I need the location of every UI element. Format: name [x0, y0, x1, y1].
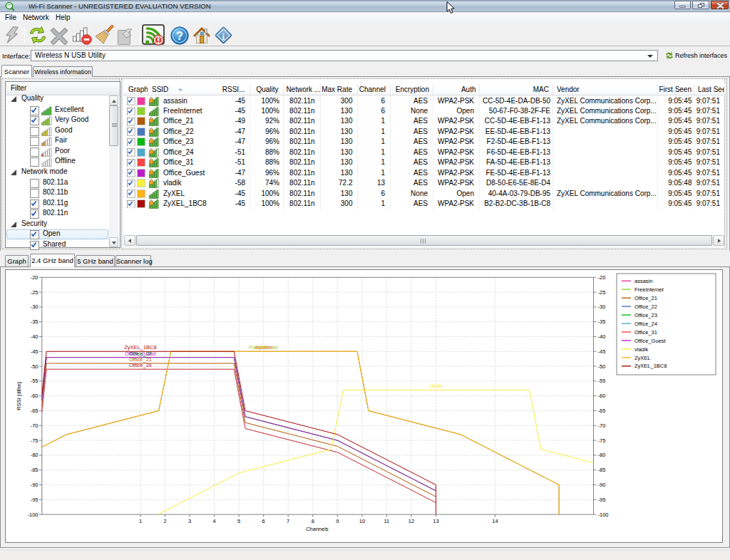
svg-text:-35: -35: [31, 318, 38, 325]
svg-text:vladik: vladik: [429, 383, 443, 389]
svg-text:-100: -100: [27, 512, 38, 518]
svg-text:-95: -95: [598, 497, 606, 503]
svg-text:-75: -75: [598, 437, 606, 444]
svg-text:-80: -80: [598, 452, 606, 458]
svg-text:Office_24: Office_24: [634, 321, 657, 327]
svg-text:ZyXEL: ZyXEL: [255, 344, 272, 351]
svg-text:14: 14: [492, 518, 498, 524]
svg-text:8: 8: [312, 518, 314, 524]
svg-text:-25: -25: [598, 289, 606, 296]
svg-text:12: 12: [408, 518, 414, 524]
svg-text:-45: -45: [598, 348, 606, 355]
svg-text:RSSI (dBm): RSSI (dBm): [16, 381, 22, 410]
svg-text:-90: -90: [598, 482, 606, 488]
svg-text:3: 3: [188, 518, 191, 524]
svg-text:-20: -20: [31, 274, 38, 281]
svg-text:6: 6: [262, 518, 265, 524]
svg-text:-35: -35: [598, 318, 606, 325]
svg-text:-20: -20: [598, 274, 606, 281]
svg-text:-65: -65: [31, 408, 38, 414]
svg-text:Office_22: Office_22: [634, 304, 657, 310]
svg-text:13: 13: [433, 518, 438, 524]
svg-text:-70: -70: [598, 422, 606, 429]
svg-text:ZyXEL_1BC8: ZyXEL_1BC8: [634, 363, 667, 369]
svg-text:FreeInternet: FreeInternet: [634, 286, 664, 293]
svg-text:-100: -100: [598, 512, 609, 518]
svg-text:-50: -50: [598, 363, 606, 370]
svg-text:5: 5: [237, 518, 240, 524]
svg-text:10: 10: [359, 518, 365, 524]
svg-text:-60: -60: [31, 393, 38, 399]
svg-text:-65: -65: [598, 408, 606, 414]
svg-text:-95: -95: [31, 497, 38, 503]
svg-text:-55: -55: [31, 378, 38, 384]
svg-text:-55: -55: [598, 378, 606, 384]
svg-text:-85: -85: [31, 467, 38, 473]
svg-text:ZyXEL: ZyXEL: [634, 355, 651, 361]
svg-text:11: 11: [384, 518, 390, 524]
svg-text:-45: -45: [31, 348, 38, 355]
svg-text:vladik: vladik: [634, 346, 648, 353]
svg-text:-40: -40: [598, 333, 606, 340]
svg-text:-90: -90: [31, 482, 38, 488]
svg-text:ZyXEL_1BC8: ZyXEL_1BC8: [124, 344, 156, 351]
svg-text:Office_31: Office_31: [634, 329, 657, 336]
svg-text:-70: -70: [31, 422, 38, 429]
svg-text:Office_Guest: Office_Guest: [634, 338, 667, 344]
svg-text:-25: -25: [31, 289, 38, 296]
svg-text:4: 4: [213, 518, 216, 524]
svg-text:Office_31: Office_31: [129, 362, 152, 368]
svg-text:Office_Guest: Office_Guest: [125, 351, 157, 357]
svg-text:-40: -40: [31, 333, 38, 340]
svg-text:-50: -50: [31, 363, 38, 370]
svg-text:9: 9: [336, 518, 339, 524]
svg-text:-75: -75: [31, 437, 38, 444]
svg-text:-60: -60: [598, 393, 606, 399]
svg-text:Office_23: Office_23: [634, 312, 657, 318]
svg-text:assasin: assasin: [634, 278, 652, 284]
svg-text:-80: -80: [31, 452, 38, 458]
svg-text:7: 7: [287, 518, 289, 524]
svg-text:-30: -30: [31, 304, 38, 310]
svg-text:1: 1: [139, 518, 142, 524]
svg-text:Channels: Channels: [306, 526, 329, 532]
svg-text:-30: -30: [598, 304, 606, 310]
svg-text:Office_21: Office_21: [634, 295, 657, 301]
svg-text:2: 2: [163, 518, 166, 524]
svg-text:-85: -85: [598, 467, 606, 473]
